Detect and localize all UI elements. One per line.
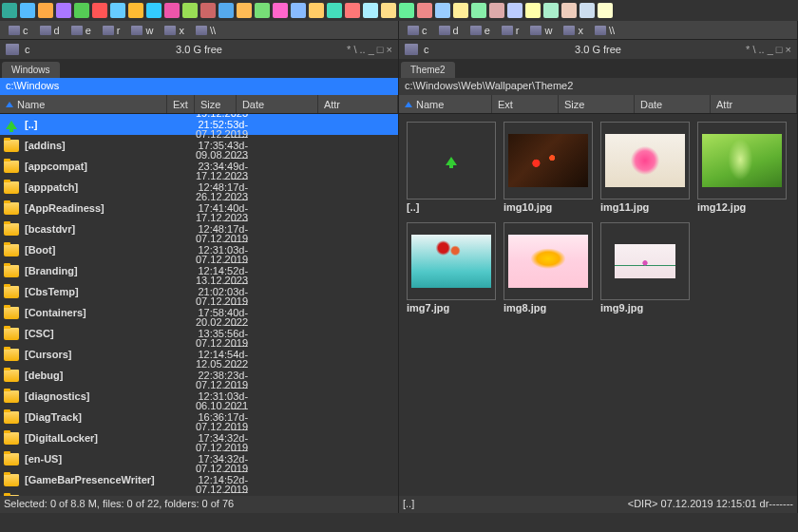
network-label: \\: [210, 25, 216, 36]
image-thumb[interactable]: img7.jpg: [407, 222, 496, 315]
network-button[interactable]: \\: [590, 24, 619, 37]
drive-icon: [408, 26, 419, 35]
image-thumb[interactable]: img10.jpg: [504, 122, 593, 215]
toolbar-icon[interactable]: [435, 3, 450, 18]
file-name: [appcompat]: [19, 161, 169, 172]
toolbar-icon[interactable]: [128, 3, 143, 18]
left-file-list[interactable]: [..]19.12.2023 21:52:53d--------[addins]…: [0, 114, 398, 496]
drive-button-c[interactable]: c: [403, 24, 432, 37]
folder-icon: [4, 161, 19, 173]
right-column-headers: Name Ext Size Date Attr: [399, 95, 797, 114]
file-name: [apppatch]: [19, 181, 169, 193]
toolbar-icon[interactable]: [363, 3, 378, 18]
toolbar-icon[interactable]: [507, 3, 522, 18]
toolbar-icon[interactable]: [182, 3, 198, 18]
col-ext[interactable]: Ext: [492, 95, 559, 113]
file-name: [DiagTrack]: [19, 411, 169, 423]
drive-button-e[interactable]: e: [466, 24, 495, 37]
toolbar-icon[interactable]: [417, 3, 432, 18]
toolbar-icon[interactable]: [327, 3, 342, 18]
drive-button-r[interactable]: r: [98, 24, 125, 37]
thumb-label: img12.jpg: [697, 200, 787, 215]
toolbar-icon[interactable]: [2, 3, 17, 18]
drive-icon: [9, 26, 20, 35]
right-thumbnail-grid[interactable]: [..]img10.jpgimg11.jpgimg12.jpgimg7.jpgi…: [399, 114, 797, 496]
drive-button-c[interactable]: c: [4, 24, 33, 37]
drive-button-x[interactable]: x: [160, 24, 189, 37]
toolbar-icon[interactable]: [471, 3, 486, 18]
drive-button-r[interactable]: r: [497, 24, 524, 37]
folder-icon: [4, 349, 19, 361]
tab-theme2[interactable]: Theme2: [401, 62, 455, 78]
thumbnail-image: [508, 235, 588, 288]
toolbar-icon[interactable]: [56, 3, 71, 18]
drive-button-w[interactable]: w: [126, 24, 158, 37]
drive-button-e[interactable]: e: [66, 24, 96, 37]
left-drive-info: c 3.0 G free * \ .. _ □ ×: [0, 40, 398, 59]
network-button[interactable]: \\: [191, 24, 220, 37]
image-thumb[interactable]: img9.jpg: [600, 222, 690, 315]
drive-letter: c: [422, 25, 428, 36]
thumb-frame: [504, 222, 593, 300]
col-size[interactable]: Size: [195, 95, 237, 113]
drive-button-d[interactable]: d: [434, 24, 464, 37]
drive-letter: d: [54, 25, 60, 36]
folder-icon: [4, 181, 19, 194]
toolbar-icon[interactable]: [580, 3, 595, 18]
toolbar-icon[interactable]: [543, 3, 559, 18]
file-name: [CbsTemp]: [19, 286, 169, 297]
drive-button-w[interactable]: w: [525, 24, 557, 37]
toolbar-icon[interactable]: [164, 3, 180, 18]
toolbar-icon[interactable]: [146, 3, 162, 18]
col-date[interactable]: Date: [635, 95, 711, 113]
col-date[interactable]: Date: [237, 95, 318, 113]
col-ext[interactable]: Ext: [167, 95, 195, 113]
left-path[interactable]: c:\Windows: [0, 78, 398, 95]
drive-button-x[interactable]: x: [559, 24, 588, 37]
toolbar-icon[interactable]: [291, 3, 306, 18]
toolbar-icon[interactable]: [273, 3, 288, 18]
col-attr[interactable]: Attr: [711, 95, 797, 113]
toolbar-icon[interactable]: [345, 3, 360, 18]
parent-dir-thumb[interactable]: [..]: [407, 122, 496, 215]
toolbar-icon[interactable]: [598, 3, 613, 18]
toolbar-icon[interactable]: [489, 3, 504, 18]
toolbar-icon[interactable]: [525, 3, 541, 18]
toolbar-icon[interactable]: [381, 3, 396, 18]
pane-window-buttons[interactable]: * \ .. _ □ ×: [347, 44, 392, 55]
drive-icon: [530, 26, 542, 35]
toolbar-icon[interactable]: [200, 3, 216, 18]
folder-icon: [4, 411, 19, 424]
toolbar-icon[interactable]: [20, 3, 35, 18]
col-name[interactable]: Name: [399, 95, 492, 113]
toolbar-icon[interactable]: [110, 3, 125, 18]
col-name[interactable]: Name: [0, 95, 167, 113]
col-attr[interactable]: Attr: [318, 95, 398, 113]
image-thumb[interactable]: img11.jpg: [600, 122, 690, 215]
drive-button-d[interactable]: d: [35, 24, 65, 37]
tab-windows[interactable]: Windows: [2, 62, 60, 78]
toolbar-icon[interactable]: [399, 3, 414, 18]
toolbar-icon[interactable]: [453, 3, 468, 18]
sort-asc-icon: [405, 102, 412, 107]
pane-window-buttons[interactable]: * \ .. _ □ ×: [746, 44, 791, 55]
col-size[interactable]: Size: [559, 95, 635, 113]
toolbar-icon[interactable]: [38, 3, 53, 18]
toolbar-icon[interactable]: [255, 3, 270, 18]
toolbar-icon[interactable]: [74, 3, 89, 18]
image-thumb[interactable]: img12.jpg: [697, 122, 787, 215]
drive-icon: [470, 26, 482, 35]
toolbar-icon[interactable]: [92, 3, 107, 18]
toolbar-icon[interactable]: [237, 3, 252, 18]
drive-icon: [502, 26, 513, 35]
thumbnail-image: [411, 235, 491, 288]
drive-letter: d: [453, 25, 459, 36]
free-space: 3.0 G free: [575, 44, 621, 55]
image-thumb[interactable]: img8.jpg: [504, 222, 593, 315]
toolbar-icon[interactable]: [218, 3, 234, 18]
toolbar-icon[interactable]: [561, 3, 577, 18]
drive-icon: [40, 26, 51, 35]
right-path[interactable]: c:\Windows\Web\Wallpaper\Theme2: [399, 78, 797, 95]
toolbar-icon[interactable]: [309, 3, 324, 18]
status-left: [..]: [403, 498, 414, 511]
